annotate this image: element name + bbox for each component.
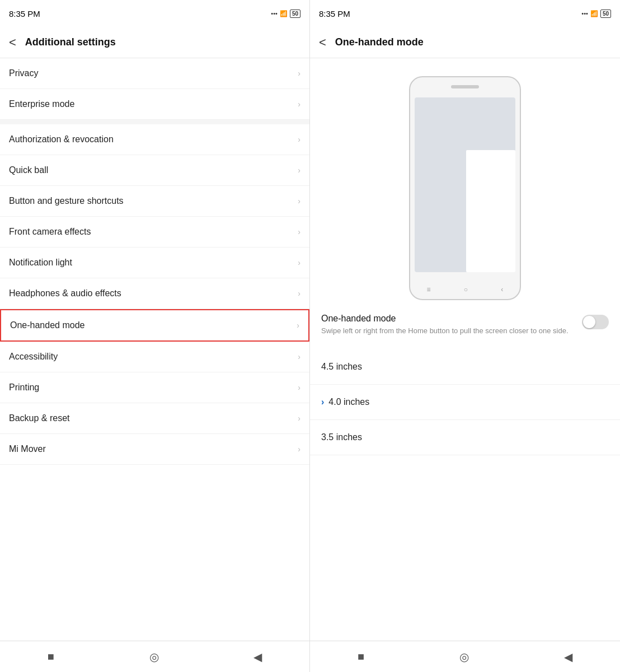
battery-icon: 50 [600, 10, 611, 18]
phone-screen-content [466, 150, 515, 272]
right-status-icons: ••• 📶 50 [581, 10, 611, 18]
right-status-time: 8:35 PM [319, 9, 350, 18]
chevron-icon: › [298, 289, 300, 298]
settings-item-one-handed[interactable]: One-handed mode › [0, 309, 309, 342]
left-header-title: Additional settings [25, 36, 116, 48]
nav-back-icon[interactable]: ◀ [253, 650, 262, 664]
chevron-icon: › [298, 227, 300, 236]
nav-stop-icon[interactable]: ■ [358, 650, 364, 663]
phone-illustration-container: ≡ ○ ‹ [310, 58, 620, 314]
mode-toggle-row: One-handed mode Swipe left or right from… [321, 314, 609, 336]
chevron-icon: › [298, 352, 300, 361]
phone-nav-menu: ≡ [427, 286, 431, 293]
settings-item-backup-reset[interactable]: Backup & reset › [0, 403, 309, 434]
phone-nav-home: ○ [464, 286, 468, 293]
chevron-icon: › [298, 69, 300, 78]
settings-item-enterprise-mode[interactable]: Enterprise mode › [0, 89, 309, 120]
toggle-thumb [583, 316, 595, 328]
right-nav-bar: ■ ◎ ◀ [310, 641, 620, 672]
nav-back-icon[interactable]: ◀ [564, 650, 572, 664]
settings-item-printing[interactable]: Printing › [0, 372, 309, 403]
chevron-icon: › [298, 166, 300, 175]
one-handed-mode-toggle[interactable] [582, 315, 609, 329]
left-nav-bar: ■ ◎ ◀ [0, 641, 309, 672]
left-panel: 8:35 PM ••• 📶 50 < Additional settings P… [0, 0, 310, 672]
settings-item-button-gesture[interactable]: Button and gesture shortcuts › [0, 186, 309, 217]
mode-section: One-handed mode Swipe left or right from… [310, 314, 620, 349]
chevron-icon: › [298, 414, 300, 423]
active-size-chevron: › [321, 397, 324, 407]
phone-speaker [451, 85, 479, 88]
settings-item-privacy[interactable]: Privacy › [0, 58, 309, 89]
signal-dots: ••• [271, 10, 278, 17]
settings-item-notification-light[interactable]: Notification light › [0, 248, 309, 278]
chevron-icon: › [298, 197, 300, 206]
size-option-4-5[interactable]: 4.5 inches [310, 349, 620, 385]
signal-bars: 📶 [590, 10, 598, 17]
settings-item-front-camera[interactable]: Front camera effects › [0, 217, 309, 248]
nav-home-icon[interactable]: ◎ [459, 650, 469, 664]
phone-nav-icons: ≡ ○ ‹ [410, 286, 520, 293]
settings-item-headphones-audio[interactable]: Headphones & audio effects › [0, 278, 309, 309]
left-back-button[interactable]: < [9, 35, 16, 50]
signal-bars: 📶 [280, 10, 288, 17]
right-panel: 8:35 PM ••• 📶 50 < One-handed mode ≡ ○ ‹… [310, 0, 620, 672]
left-header: < Additional settings [0, 27, 309, 58]
settings-item-quick-ball[interactable]: Quick ball › [0, 155, 309, 186]
size-option-4-0[interactable]: › 4.0 inches [310, 385, 620, 420]
chevron-icon: › [298, 383, 300, 392]
settings-item-auth-revocation[interactable]: Authorization & revocation › [0, 124, 309, 155]
mode-title: One-handed mode [321, 314, 573, 324]
left-status-bar: 8:35 PM ••• 📶 50 [0, 0, 309, 27]
nav-stop-icon[interactable]: ■ [48, 650, 54, 663]
right-header-title: One-handed mode [335, 36, 424, 48]
size-option-3-5[interactable]: 3.5 inches [310, 420, 620, 455]
signal-dots: ••• [581, 10, 588, 17]
left-status-icons: ••• 📶 50 [271, 10, 300, 18]
settings-item-accessibility[interactable]: Accessibility › [0, 342, 309, 372]
phone-illustration: ≡ ○ ‹ [409, 76, 521, 300]
right-status-bar: 8:35 PM ••• 📶 50 [310, 0, 620, 27]
mode-text: One-handed mode Swipe left or right from… [321, 314, 573, 336]
right-header: < One-handed mode [310, 27, 620, 58]
phone-nav-back: ‹ [501, 286, 503, 293]
size-options-list: 4.5 inches › 4.0 inches 3.5 inches [310, 349, 620, 641]
chevron-icon: › [298, 445, 300, 454]
right-back-button[interactable]: < [319, 35, 326, 50]
nav-home-icon[interactable]: ◎ [149, 650, 159, 664]
chevron-icon: › [298, 100, 300, 109]
left-status-time: 8:35 PM [9, 9, 40, 18]
settings-item-mi-mover[interactable]: Mi Mover › [0, 434, 309, 465]
settings-list: Privacy › Enterprise mode › Authorizatio… [0, 58, 309, 641]
chevron-icon: › [297, 321, 299, 330]
mode-description: Swipe left or right from the Home button… [321, 326, 573, 336]
chevron-icon: › [298, 258, 300, 267]
battery-icon: 50 [290, 10, 300, 18]
chevron-icon: › [298, 135, 300, 144]
